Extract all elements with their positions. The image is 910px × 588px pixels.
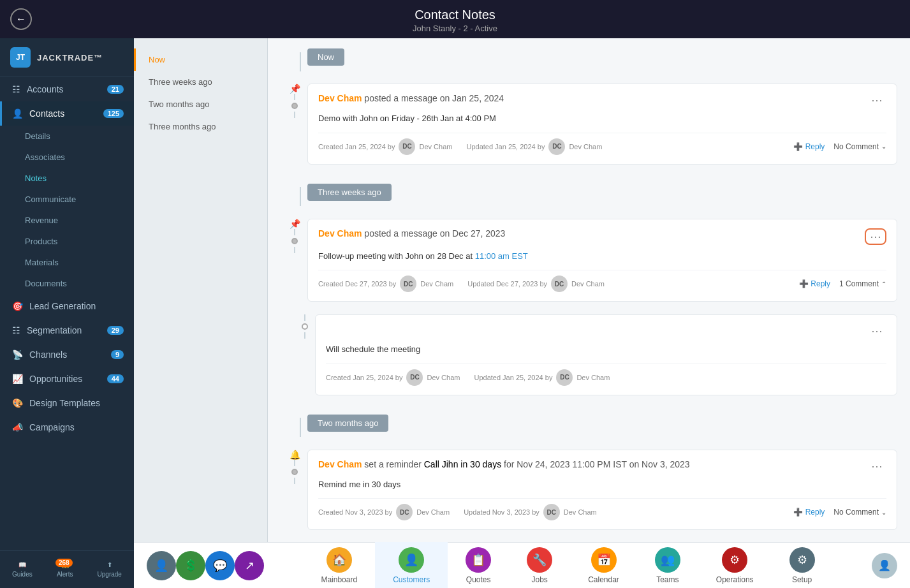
- sidebar-item-products[interactable]: Products: [23, 231, 134, 252]
- note-3-created-avatar: DC: [406, 369, 423, 386]
- chat-nav-icon[interactable]: 💬: [205, 551, 235, 580]
- logo-text: JACKTRADE™: [37, 53, 103, 62]
- main-nav: 🏠 Mainboard 👤 Customers 📋 Quotes 🔧 Jobs …: [277, 542, 859, 589]
- sidebar-item-segmentation[interactable]: ☷ Segmentation 29: [0, 318, 134, 342]
- note-2-reply-button[interactable]: ➕ Reply: [799, 279, 830, 288]
- materials-label: Materials: [25, 258, 59, 267]
- note-card-4: Dev Cham set a reminder Call Jihn in 30 …: [307, 450, 897, 531]
- note-4-updated: Updated Nov 3, 2023 by: [464, 508, 539, 516]
- note-1-more-button[interactable]: ⋯: [867, 93, 886, 107]
- note-1-created-by: Dev Cham: [419, 143, 452, 151]
- segmentation-label: Segmentation: [27, 325, 82, 335]
- alerts-label: Alerts: [57, 571, 73, 578]
- note-4-more-button[interactable]: ⋯: [867, 459, 886, 473]
- sidebar-item-design-templates[interactable]: 🎨 Design Templates: [0, 391, 134, 415]
- sidebar-item-channels[interactable]: 📡 Channels 9: [0, 342, 134, 367]
- sidebar-logo: JT JACKTRADE™: [0, 38, 134, 77]
- note-1-comment-button[interactable]: No Comment ⌄: [833, 142, 886, 151]
- user-avatar-nav[interactable]: 👤: [872, 553, 897, 578]
- sidebar-item-lead-generation[interactable]: 🎯 Lead Generation: [0, 294, 134, 318]
- note-3-updated-by: Dev Cham: [576, 374, 610, 381]
- channels-badge: 9: [111, 350, 124, 359]
- note-1-updated-avatar: DC: [548, 138, 565, 155]
- note-1-reply-button[interactable]: ➕ Reply: [793, 142, 825, 151]
- sidebar-item-revenue[interactable]: Revenue: [23, 210, 134, 231]
- timeline-date-three-weeks[interactable]: Three weeks ago: [134, 71, 267, 93]
- timeline-date-now[interactable]: Now: [134, 48, 267, 71]
- sidebar: JT JACKTRADE™ ☷ Accounts 21 👤 Contacts 1…: [0, 38, 134, 588]
- design-templates-label: Design Templates: [29, 398, 100, 408]
- nav-calendar[interactable]: 📅 Calendar: [570, 542, 637, 589]
- guides-button[interactable]: 📖 Guides: [6, 557, 39, 582]
- note-4-reply-button[interactable]: ➕ Reply: [793, 508, 825, 517]
- timeline-date-three-months[interactable]: Three months ago: [134, 115, 267, 138]
- notes-label: Notes: [25, 173, 47, 183]
- sidebar-item-documents[interactable]: Documents: [23, 273, 134, 294]
- timeline-date-two-months[interactable]: Two months ago: [134, 93, 267, 115]
- opportunities-label: Opportunities: [29, 374, 82, 384]
- upgrade-button[interactable]: ⬆ Upgrade: [91, 557, 128, 582]
- note-2-more-button[interactable]: ⋯: [865, 228, 886, 245]
- note-1-author: Dev Cham posted a message on Jan 25, 202…: [318, 93, 504, 103]
- sidebar-item-notes[interactable]: Notes: [23, 168, 134, 189]
- sidebar-item-details[interactable]: Details: [23, 126, 134, 147]
- note-1-created: Created Jan 25, 2024 by: [318, 143, 395, 151]
- contacts-label: Contacts: [29, 108, 64, 119]
- page-subtitle: John Stanly - 2 - Active: [0, 24, 910, 33]
- mainboard-icon: 🏠: [327, 547, 352, 573]
- jobs-label: Jobs: [531, 575, 547, 584]
- note-3-body: Will schedule the meeting: [326, 343, 886, 356]
- dollar-nav-icon[interactable]: 💲: [176, 551, 205, 580]
- revenue-label: Revenue: [25, 216, 58, 225]
- sidebar-item-accounts[interactable]: ☷ Accounts 21: [0, 77, 134, 101]
- note-2-created: Created Dec 27, 2023 by: [318, 280, 396, 288]
- documents-label: Documents: [25, 279, 67, 288]
- accounts-badge: 21: [107, 85, 124, 94]
- nav-teams[interactable]: 👥 Teams: [637, 542, 698, 589]
- teams-label: Teams: [656, 575, 679, 584]
- note-card-3: ⋯ Will schedule the meeting Created Jan …: [315, 314, 897, 395]
- nav-jobs[interactable]: 🔧 Jobs: [509, 542, 570, 589]
- nav-customers[interactable]: 👤 Customers: [375, 542, 448, 589]
- section-header-two-months: Two months ago: [307, 415, 388, 432]
- sidebar-item-campaigns[interactable]: 📣 Campaigns: [0, 415, 134, 439]
- note-card-2: Dev Cham posted a message on Dec 27, 202…: [307, 219, 897, 302]
- sidebar-item-associates[interactable]: Associates: [23, 147, 134, 168]
- sidebar-item-communicate[interactable]: Communicate: [23, 189, 134, 210]
- user-nav-icon[interactable]: 👤: [147, 551, 176, 580]
- alerts-button[interactable]: 🔔 268 Alerts: [50, 557, 80, 582]
- contacts-icon: 👤: [12, 108, 23, 119]
- note-1-updated: Updated Jan 25, 2024 by: [466, 143, 545, 151]
- note-2-updated-avatar: DC: [551, 276, 568, 292]
- note-4-created: Created Nov 3, 2023 by: [318, 508, 392, 516]
- customers-label: Customers: [393, 575, 430, 584]
- section-three-weeks: Three weeks ago 📌: [281, 184, 897, 402]
- note-3-created: Created Jan 25, 2024 by: [326, 374, 402, 381]
- nav-mainboard[interactable]: 🏠 Mainboard: [303, 542, 375, 589]
- note-4-created-avatar: DC: [396, 504, 413, 520]
- channels-icon: 📡: [12, 349, 23, 360]
- note-2-comment-button[interactable]: 1 Comment ⌃: [839, 279, 886, 288]
- nav-setup[interactable]: ⚙ Setup: [772, 542, 833, 589]
- sidebar-item-materials[interactable]: Materials: [23, 252, 134, 273]
- sidebar-item-contacts[interactable]: 👤 Contacts 125: [0, 101, 134, 126]
- jobs-icon: 🔧: [527, 547, 552, 573]
- sidebar-item-opportunities[interactable]: 📈 Opportunities 44: [0, 367, 134, 391]
- note-2-updated: Updated Dec 27, 2023 by: [467, 280, 547, 288]
- section-header-three-weeks: Three weeks ago: [307, 184, 392, 201]
- campaigns-icon: 📣: [12, 422, 23, 432]
- note-3-more-button[interactable]: ⋯: [867, 324, 886, 338]
- quotes-icon: 📋: [466, 547, 491, 573]
- nav-operations[interactable]: ⚙ Operations: [698, 542, 772, 589]
- share-nav-icon[interactable]: ↗: [235, 551, 264, 580]
- bottom-nav: 👤 💲 💬 ↗ 🏠 Mainboard 👤 Customers 📋 Quotes: [134, 542, 910, 588]
- customers-icon: 👤: [399, 547, 424, 573]
- note-3-updated: Updated Jan 25, 2024 by: [474, 374, 552, 381]
- guides-icon: 📖: [18, 561, 26, 568]
- sidebar-bottom: 📖 Guides 🔔 268 Alerts ⬆ Upgrade: [0, 550, 134, 588]
- note-4-footer: Created Nov 3, 2023 by DC Dev Cham Updat…: [318, 498, 886, 520]
- note-4-comment-button[interactable]: No Comment ⌄: [833, 508, 886, 517]
- back-button[interactable]: ←: [10, 8, 32, 30]
- note-2-updated-by: Dev Cham: [571, 280, 605, 288]
- nav-quotes[interactable]: 📋 Quotes: [448, 542, 509, 589]
